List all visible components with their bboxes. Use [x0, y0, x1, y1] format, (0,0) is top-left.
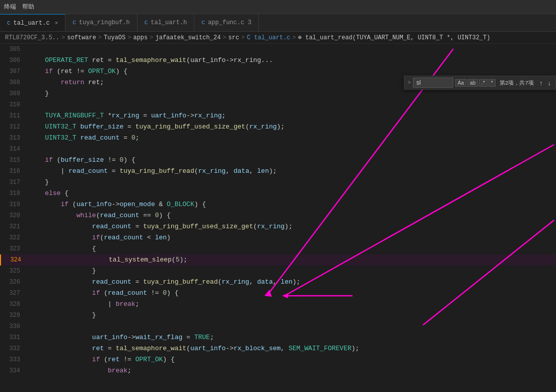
line-content: | read_count = tuya_ring_buff_read(rx_ri…: [26, 166, 556, 177]
search-prev-button[interactable]: ↑: [538, 79, 544, 87]
code-line: 334 break;: [0, 365, 556, 376]
line-content: read_count = tuya_ring_buff_read(rx_ring…: [26, 277, 556, 288]
line-content: if (read_count != 0) {: [26, 288, 556, 299]
line-number: 317: [0, 177, 26, 188]
tab-label: tal_uart.c: [14, 20, 50, 27]
line-content: if (ret != OPRT_OK) {: [26, 354, 556, 365]
line-content: UINT32_T read_count = 0;: [26, 133, 556, 144]
line-content: [26, 44, 556, 55]
line-number: 313: [0, 133, 26, 144]
line-number: 310: [0, 99, 26, 110]
breadcrumb-sep: >: [241, 34, 245, 41]
line-content: [26, 144, 556, 155]
code-line: 320 while(read_count == 0) {: [0, 210, 556, 221]
code-line: 327 if (read_count != 0) {: [0, 288, 556, 299]
search-prompt-icon: >: [407, 80, 411, 86]
code-line: 325 }: [0, 266, 556, 277]
line-number: 329: [0, 310, 26, 321]
breadcrumb-project[interactable]: jafaatek_switch_24: [155, 34, 221, 41]
c-file-icon: C: [7, 20, 11, 26]
tab-app-func-c[interactable]: C app_func.c 3: [194, 14, 259, 31]
line-number: 306: [0, 55, 26, 66]
code-line: 322 if(read_count < len): [0, 232, 556, 243]
line-content: UINT32_T buffer_size = tuya_ring_buff_us…: [26, 121, 556, 133]
breadcrumb-apps[interactable]: apps: [133, 34, 148, 41]
regex-button[interactable]: .*: [479, 79, 488, 87]
line-content: while(read_count == 0) {: [26, 210, 556, 221]
line-number: 324: [1, 254, 27, 266]
breadcrumb: RTL8720CF_3.5.. > software > TuyaOS > ap…: [0, 32, 556, 44]
line-number: 322: [0, 232, 26, 243]
line-content: [26, 99, 556, 110]
line-number: 331: [0, 332, 26, 343]
editor[interactable]: > Aa ab .* * 第2项，共7项 ↑ ↓ 305 306 OPERATE…: [0, 44, 556, 392]
breadcrumb-src[interactable]: src: [228, 34, 239, 41]
breadcrumb-symbol[interactable]: ⊕ tal_uart_read(TUYA_UART_NUM_E, UINT8_T…: [298, 34, 491, 41]
line-content: OPERATE_RET ret = tal_semaphore_wait(uar…: [26, 55, 556, 66]
line-content: read_count = tuya_ring_buff_used_size_ge…: [26, 221, 556, 232]
line-content: if (buffer_size != 0) {: [26, 155, 556, 166]
code-line: 330: [0, 321, 556, 332]
line-content: if(read_count < len): [26, 232, 556, 243]
tab-label: tal_uart.h: [151, 19, 187, 26]
line-number: 328: [0, 299, 26, 310]
search-options: Aa ab .* *: [455, 79, 496, 87]
line-number: 327: [0, 288, 26, 299]
code-line: 321 read_count = tuya_ring_buff_used_siz…: [0, 221, 556, 232]
code-line: 313 UINT32_T read_count = 0;: [0, 133, 556, 144]
line-content: uart_info->wait_rx_flag = TRUE;: [26, 332, 556, 343]
line-number: 307: [0, 66, 26, 77]
line-content: if (uart_info->open_mode & O_BLOCK) {: [26, 199, 556, 210]
line-number: 325: [0, 266, 26, 277]
breadcrumb-software[interactable]: software: [67, 34, 96, 41]
code-line: 331 uart_info->wait_rx_flag = TRUE;: [0, 332, 556, 343]
line-content: ret = tal_semaphore_wait(uart_info->rx_b…: [26, 343, 556, 354]
line-number: 330: [0, 321, 26, 332]
breadcrumb-sep: >: [223, 34, 226, 41]
line-number: 312: [0, 121, 26, 133]
tab-tal-uart-c[interactable]: C tal_uart.c ×: [0, 14, 65, 31]
breadcrumb-file[interactable]: C tal_uart.c: [247, 34, 290, 41]
line-number: 311: [0, 110, 26, 121]
breadcrumb-sep: >: [150, 34, 153, 41]
match-word-button[interactable]: ab: [467, 79, 478, 87]
menu-help[interactable]: 帮助: [22, 3, 34, 11]
code-line: 311 TUYA_RINGBUFF_T *rx_ring = uart_info…: [0, 110, 556, 121]
breadcrumb-sep: >: [293, 34, 296, 41]
code-line: 332 ret = tal_semaphore_wait(uart_info->…: [0, 343, 556, 354]
code-line: 316 | read_count = tuya_ring_buff_read(r…: [0, 166, 556, 177]
line-number: 319: [0, 199, 26, 210]
line-content: [26, 321, 556, 332]
code-line: 312 UINT32_T buffer_size = tuya_ring_buf…: [0, 121, 556, 133]
line-number: 308: [0, 77, 26, 88]
tab-close-button[interactable]: ×: [55, 20, 58, 26]
search-bar: > Aa ab .* * 第2项，共7项 ↑ ↓: [404, 76, 556, 90]
line-number: 320: [0, 210, 26, 221]
breadcrumb-tuyaos[interactable]: TuyaOS: [104, 34, 125, 41]
title-bar: 终端 帮助: [0, 0, 556, 14]
search-input[interactable]: [413, 78, 453, 88]
regex-button2[interactable]: *: [489, 79, 496, 87]
line-content: }: [26, 177, 556, 188]
code-line: 324 tal_system_sleep(5);: [0, 254, 556, 266]
line-number: 334: [0, 365, 26, 376]
code-container: 305 306 OPERATE_RET ret = tal_semaphore_…: [0, 44, 556, 376]
search-result-count: 第2项，共7项: [498, 79, 536, 87]
match-case-button[interactable]: Aa: [455, 79, 466, 87]
breadcrumb-root[interactable]: RTL8720CF_3.5..: [5, 34, 59, 41]
line-number: 332: [0, 343, 26, 354]
line-number: 314: [0, 144, 26, 155]
code-line: 305: [0, 44, 556, 55]
code-line: 314: [0, 144, 556, 155]
line-content: else {: [26, 188, 556, 199]
line-content: | break;: [26, 299, 556, 310]
line-content: }: [26, 266, 556, 277]
code-line: 306 OPERATE_RET ret = tal_semaphore_wait…: [0, 55, 556, 66]
tab-tal-uart-h[interactable]: C tal_uart.h: [137, 14, 195, 31]
search-next-button[interactable]: ↓: [546, 79, 553, 87]
menu-terminal[interactable]: 终端: [4, 3, 16, 11]
line-number: 316: [0, 166, 26, 177]
tab-tuya-ringbuf-h[interactable]: C tuya_ringbuf.h: [65, 14, 137, 31]
breadcrumb-sep: >: [127, 34, 131, 41]
tab-bar: C tal_uart.c × C tuya_ringbuf.h C tal_ua…: [0, 14, 556, 32]
